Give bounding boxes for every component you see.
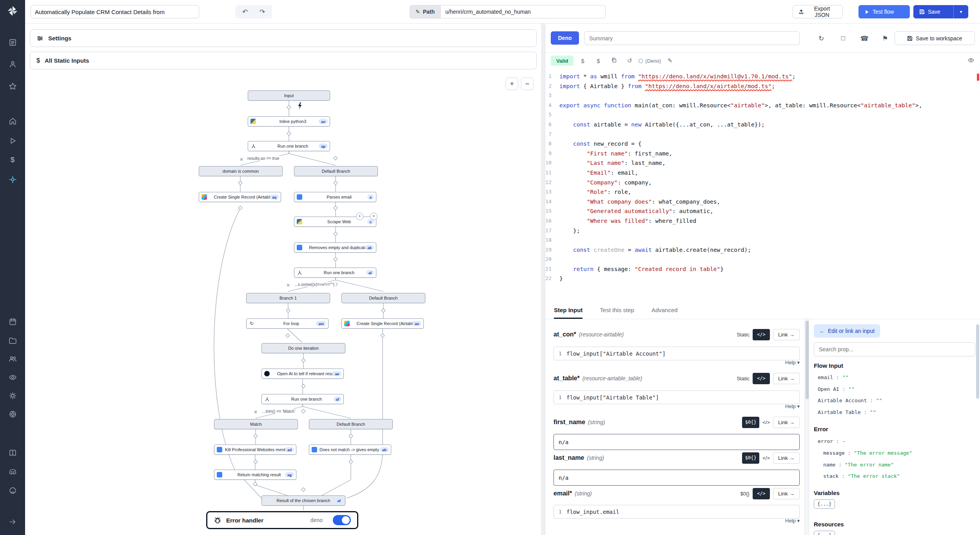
error-handler-node[interactable]: Error handler deno bbox=[206, 511, 358, 529]
code-line[interactable]: 19 const createOne = await airtable.crea… bbox=[545, 245, 980, 255]
flow-node[interactable]: Run one branchap bbox=[248, 141, 330, 151]
code-line[interactable]: 16 "Where was filled": where_filled bbox=[545, 216, 980, 226]
edit-or-link-button[interactable]: ← Edit or link an input bbox=[814, 324, 880, 338]
code-line[interactable]: 14 "What company does": what_company_doe… bbox=[545, 197, 980, 207]
copy-icon[interactable] bbox=[607, 56, 621, 66]
code-line[interactable]: 9 "First name": first_name, bbox=[545, 149, 980, 159]
code-line[interactable]: 6 const airtable = new Airtable({...at_c… bbox=[545, 120, 980, 130]
code-line[interactable]: 4export async function main(at_con: wmil… bbox=[545, 101, 980, 110]
code-assistant[interactable]: (Deno) bbox=[639, 58, 661, 64]
star-icon[interactable] bbox=[0, 78, 25, 94]
schedules-calendar-icon[interactable] bbox=[0, 314, 25, 329]
flow-node[interactable]: Inline python3ao bbox=[248, 116, 330, 127]
code-line[interactable]: 8 const new_record = { bbox=[545, 139, 980, 149]
path-button[interactable]: ✎ Path bbox=[410, 5, 440, 18]
flow-branch-node[interactable]: Do one iteration bbox=[261, 343, 345, 353]
prop-item[interactable]: Airtable Table"" bbox=[818, 409, 876, 415]
discord-icon[interactable] bbox=[0, 464, 25, 479]
connector-diamond[interactable] bbox=[349, 460, 353, 464]
last-name-input[interactable] bbox=[554, 470, 800, 486]
language-badge[interactable]: Deno bbox=[551, 31, 579, 45]
runs-list-icon[interactable] bbox=[0, 34, 25, 50]
expand-arrow-icon[interactable] bbox=[0, 514, 25, 530]
connector-diamond[interactable] bbox=[254, 434, 258, 438]
flow-node[interactable]: Run one branchaf bbox=[261, 394, 344, 404]
save-button[interactable]: Save bbox=[913, 5, 953, 18]
flow-node[interactable]: Create Single Record (Airtable)an bbox=[341, 318, 424, 329]
reset-icon[interactable]: ↺ bbox=[623, 56, 636, 66]
connector-diamond[interactable] bbox=[301, 358, 305, 362]
flow-node[interactable]: Return matching resultag bbox=[214, 470, 296, 480]
prop-item[interactable]: email"" bbox=[818, 374, 848, 380]
connector-diamond[interactable] bbox=[334, 156, 338, 160]
phone-icon[interactable]: ☎ bbox=[857, 32, 872, 45]
prop-search-input[interactable] bbox=[814, 342, 975, 356]
hub-icon[interactable] bbox=[0, 172, 25, 187]
flow-node[interactable]: ↻For loopam bbox=[246, 318, 328, 329]
code-mode-button[interactable]: </> bbox=[753, 488, 770, 499]
flow-node[interactable]: Kill Professional Websites mentionsad bbox=[214, 445, 296, 455]
connector-diamond[interactable] bbox=[287, 105, 291, 109]
link-button[interactable]: Link → bbox=[773, 373, 800, 384]
audit-eye-icon[interactable] bbox=[0, 369, 25, 385]
connector-diamond[interactable] bbox=[301, 409, 305, 413]
flow-node[interactable]: Does not match -> gives empty valueah bbox=[309, 445, 391, 455]
connector-diamond[interactable] bbox=[381, 334, 385, 338]
flow-node[interactable]: Scrape Webc bbox=[294, 217, 376, 227]
link-button[interactable]: Link → bbox=[773, 452, 800, 464]
home-icon[interactable] bbox=[0, 113, 25, 129]
flow-branch-node[interactable]: domain is common bbox=[199, 166, 283, 176]
code-line[interactable]: 1import * as wmill from "https://deno.la… bbox=[545, 72, 980, 81]
flow-branch-node[interactable]: Default Branch bbox=[341, 293, 425, 303]
summary-input[interactable] bbox=[584, 31, 800, 45]
valid-badge[interactable]: Valid bbox=[551, 56, 573, 66]
help-toggle[interactable]: Help ▾ bbox=[721, 360, 800, 365]
prop-item[interactable]: name"The error name" bbox=[823, 462, 894, 468]
panel-resize-divider[interactable] bbox=[541, 23, 545, 535]
code-line[interactable]: 2import { Airtable } from "https://deno.… bbox=[545, 81, 980, 91]
static-mode-button[interactable]: Static bbox=[737, 376, 750, 381]
code-line[interactable]: 17 }; bbox=[545, 226, 980, 236]
add-step-button[interactable]: + bbox=[356, 213, 363, 220]
link-button[interactable]: Link → bbox=[773, 329, 800, 340]
settings-gear-icon[interactable] bbox=[0, 388, 25, 403]
zoom-in-button[interactable]: + bbox=[506, 78, 518, 90]
path-input[interactable] bbox=[440, 5, 606, 18]
help-toggle[interactable]: Help ▾ bbox=[721, 403, 800, 409]
flow-node[interactable]: Run one branchal bbox=[294, 268, 376, 278]
flow-branch-node[interactable]: Default Branch bbox=[309, 419, 393, 429]
connector-diamond[interactable] bbox=[349, 434, 353, 438]
folders-icon[interactable] bbox=[0, 333, 25, 348]
code-mode-button[interactable]: </> bbox=[753, 329, 770, 340]
code-mode-button[interactable]: </> bbox=[762, 455, 770, 461]
refresh-icon[interactable]: ↻ bbox=[813, 32, 829, 45]
resource-dollar-icon[interactable]: $ bbox=[592, 56, 605, 66]
flow-node[interactable]: Removes empty and duplicatesak bbox=[294, 242, 376, 253]
tab-step-input[interactable]: Step Input bbox=[554, 307, 583, 319]
flow-node[interactable]: Open AI to tell if relevant resultae bbox=[261, 369, 344, 379]
code-line[interactable]: 18 bbox=[545, 235, 980, 245]
connector-diamond[interactable] bbox=[238, 206, 242, 210]
code-line[interactable]: 7 bbox=[545, 130, 980, 139]
export-json-button[interactable]: Export JSON bbox=[793, 5, 843, 18]
static-mode-button[interactable]: $0{} bbox=[742, 452, 759, 464]
settings-bar[interactable]: Settings bbox=[30, 29, 537, 47]
variables-dollar-icon[interactable]: $ bbox=[0, 152, 25, 168]
prop-item[interactable]: Open AI"" bbox=[818, 386, 855, 392]
connector-diamond[interactable] bbox=[334, 257, 338, 261]
tab-advanced[interactable]: Advanced bbox=[652, 307, 678, 319]
code-line[interactable]: 20 bbox=[545, 255, 980, 264]
flow-node[interactable]: Create Single Record (Airtable)aq bbox=[199, 192, 281, 202]
connector-diamond[interactable] bbox=[334, 181, 338, 185]
scrollbar-thumb[interactable] bbox=[806, 321, 809, 399]
flow-result-node[interactable]: Result of the chosen branchaf bbox=[261, 495, 345, 506]
first-name-input[interactable] bbox=[554, 434, 800, 450]
prop-item[interactable]: message"The error message" bbox=[823, 450, 912, 456]
code-line[interactable]: 5 bbox=[545, 110, 980, 120]
code-line[interactable]: 22} bbox=[545, 274, 980, 284]
expr-editor[interactable]: 1flow_input.email bbox=[554, 505, 800, 519]
connector-diamond[interactable] bbox=[334, 206, 338, 210]
prop-item[interactable]: stack"The error stack" bbox=[823, 473, 900, 479]
connector-diamond[interactable] bbox=[287, 132, 291, 136]
connector-diamond[interactable] bbox=[238, 181, 242, 185]
